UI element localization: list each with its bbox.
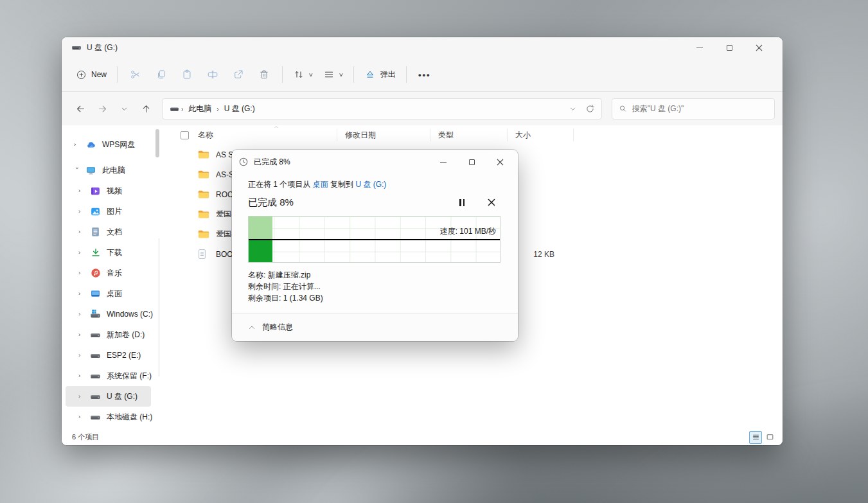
chevron-right-icon[interactable]: ›	[78, 373, 85, 379]
maximize-button[interactable]	[714, 37, 744, 58]
explorer-titlebar: U 盘 (G:)	[62, 37, 783, 58]
file-name-detail: 名称: 新建压缩.zip	[248, 269, 502, 281]
chevron-right-icon[interactable]: ›	[78, 290, 85, 297]
sidebar-item-pictures[interactable]: › 图片	[66, 201, 171, 222]
sidebar-item-drive-f[interactable]: › 系统保留 (F:)	[66, 366, 171, 386]
close-button[interactable]	[744, 37, 774, 58]
refresh-icon[interactable]	[585, 104, 595, 114]
column-header-date-modified[interactable]: 修改日期	[337, 128, 430, 141]
up-button[interactable]	[135, 98, 157, 119]
sidebar-item-videos[interactable]: › 视频	[66, 181, 171, 201]
destination-link[interactable]: U 盘 (G:)	[355, 180, 386, 189]
folder-icon	[198, 169, 211, 180]
paste-button[interactable]	[174, 63, 200, 86]
time-remaining-detail: 剩余时间: 正在计算...	[248, 281, 502, 292]
column-header-type[interactable]: 类型	[430, 128, 508, 141]
sidebar-item-documents[interactable]: › 文档	[66, 222, 171, 242]
share-button[interactable]	[226, 63, 251, 86]
chevron-right-icon[interactable]: ›	[78, 311, 85, 317]
sort-button[interactable]: ∨	[288, 63, 318, 86]
speed-area-below-line	[249, 240, 272, 263]
sidebar-item-label: U 盘 (G:)	[107, 391, 137, 402]
copy-button[interactable]	[148, 63, 174, 86]
dialog-close-button[interactable]	[486, 151, 514, 173]
back-button[interactable]	[69, 98, 91, 119]
delete-button[interactable]	[251, 63, 277, 86]
toolbar-divider	[117, 66, 118, 83]
cancel-copy-button[interactable]	[484, 195, 499, 210]
chevron-right-icon[interactable]: ›	[78, 393, 85, 400]
recent-locations-button[interactable]	[113, 98, 135, 119]
drive-icon	[90, 330, 101, 340]
new-button[interactable]: New	[71, 63, 112, 86]
close-icon	[488, 199, 495, 206]
scissors-icon	[130, 69, 141, 80]
sidebar-item-label: 本地磁盘 (H:)	[107, 412, 152, 423]
sidebar-item-label: ESP2 (E:)	[107, 351, 141, 360]
sidebar-item-downloads[interactable]: › 下载	[66, 242, 171, 263]
column-header-name[interactable]: 名称	[193, 128, 337, 141]
sidebar-item-drive-g[interactable]: › U 盘 (G:)	[66, 386, 151, 407]
dialog-minimize-button[interactable]	[429, 151, 457, 173]
sidebar-item-drive-e[interactable]: › ESP2 (E:)	[66, 345, 171, 366]
chevron-right-icon[interactable]: ›	[78, 352, 85, 358]
sidebar-item-desktop[interactable]: › 桌面	[66, 283, 171, 304]
column-header-size[interactable]: 大小	[508, 128, 574, 141]
dialog-maximize-button[interactable]	[457, 151, 486, 173]
more-options-button[interactable]: •••	[412, 63, 438, 86]
view-button[interactable]: ∨	[318, 63, 348, 86]
fewer-details-toggle[interactable]: 简略信息	[248, 322, 293, 333]
sidebar-item-label: 文档	[107, 227, 122, 238]
arrow-up-icon	[141, 103, 152, 114]
sidebar-scrollbar[interactable]	[155, 129, 159, 157]
share-icon	[233, 69, 244, 80]
source-link[interactable]: 桌面	[313, 180, 328, 189]
eject-button[interactable]: 弹出	[359, 63, 401, 86]
forward-button[interactable]	[91, 98, 113, 119]
large-icons-view-button[interactable]	[763, 431, 776, 444]
view-list-icon	[323, 69, 335, 80]
dialog-titlebar: 已完成 8%	[232, 150, 518, 174]
chevron-right-icon[interactable]: ›	[78, 208, 85, 215]
chevron-right-icon[interactable]: ›	[78, 414, 85, 420]
document-file-icon	[198, 249, 211, 260]
chevron-right-icon[interactable]: ›	[74, 141, 80, 148]
sidebar-item-drive-d[interactable]: › 新加卷 (D:)	[66, 324, 171, 345]
rename-button[interactable]	[200, 63, 226, 86]
chevron-right-icon[interactable]: ›	[78, 188, 85, 194]
pause-button[interactable]	[454, 195, 470, 210]
select-all-checkbox[interactable]	[173, 128, 193, 141]
chevron-right-icon[interactable]: ›	[78, 229, 85, 235]
transfer-speed-chart: 速度: 101 MB/秒	[248, 216, 500, 263]
address-dropdown-icon[interactable]	[569, 105, 576, 112]
search-box[interactable]	[612, 98, 775, 119]
sort-ascending-icon	[274, 123, 278, 127]
search-input[interactable]	[632, 104, 768, 113]
details-view-icon	[752, 433, 760, 441]
details-view-button[interactable]	[749, 431, 762, 444]
eject-button-label: 弹出	[380, 69, 396, 80]
sidebar-item-drive-h[interactable]: › 本地磁盘 (H:)	[66, 407, 171, 427]
videos-icon	[90, 186, 101, 197]
sidebar-item-label: 下载	[107, 247, 122, 258]
this-pc-icon	[85, 165, 96, 176]
pane-divider	[159, 238, 159, 376]
folder-icon	[198, 229, 211, 240]
toolbar-divider	[282, 66, 283, 83]
cut-button[interactable]	[123, 63, 148, 86]
chevron-right-icon[interactable]: ›	[78, 270, 85, 276]
sidebar-item-this-pc[interactable]: › 此电脑	[66, 160, 171, 181]
breadcrumb-this-pc[interactable]: 此电脑	[184, 101, 215, 116]
windows-drive-icon	[90, 309, 101, 320]
chevron-down-icon[interactable]: ›	[74, 167, 80, 173]
sidebar-item-label: 新加卷 (D:)	[107, 330, 145, 340]
minimize-button[interactable]	[685, 37, 714, 58]
breadcrumb[interactable]: › 此电脑 › U 盘 (G:)	[162, 98, 602, 119]
drive-icon	[90, 350, 101, 361]
chevron-right-icon[interactable]: ›	[78, 249, 85, 256]
chevron-right-icon[interactable]: ›	[78, 331, 85, 338]
folder-icon	[198, 209, 211, 220]
sidebar-item-music[interactable]: › 音乐	[66, 263, 171, 283]
breadcrumb-usb-drive[interactable]: U 盘 (G:)	[220, 101, 259, 116]
sidebar-item-drive-c[interactable]: › Windows (C:)	[66, 304, 171, 324]
